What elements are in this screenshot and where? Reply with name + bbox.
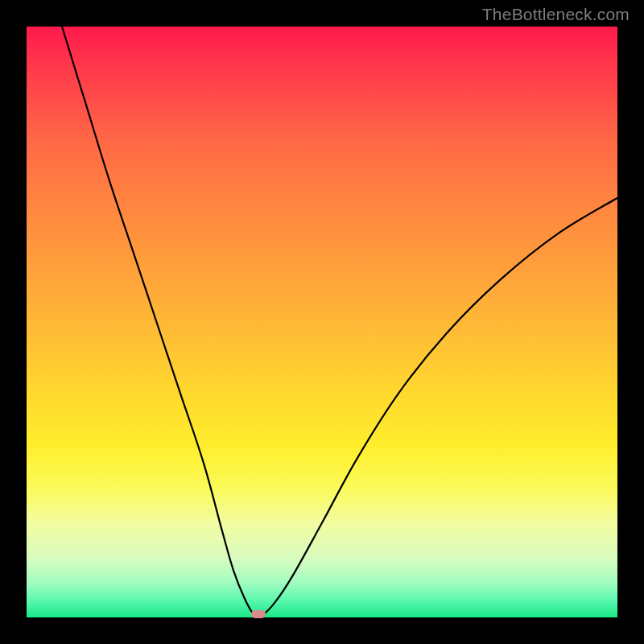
plot-area (27, 27, 617, 617)
watermark-text: TheBottleneck.com (482, 5, 630, 24)
bottleneck-curve (27, 27, 617, 617)
chart-frame: TheBottleneck.com (0, 0, 644, 644)
min-marker (251, 610, 266, 618)
